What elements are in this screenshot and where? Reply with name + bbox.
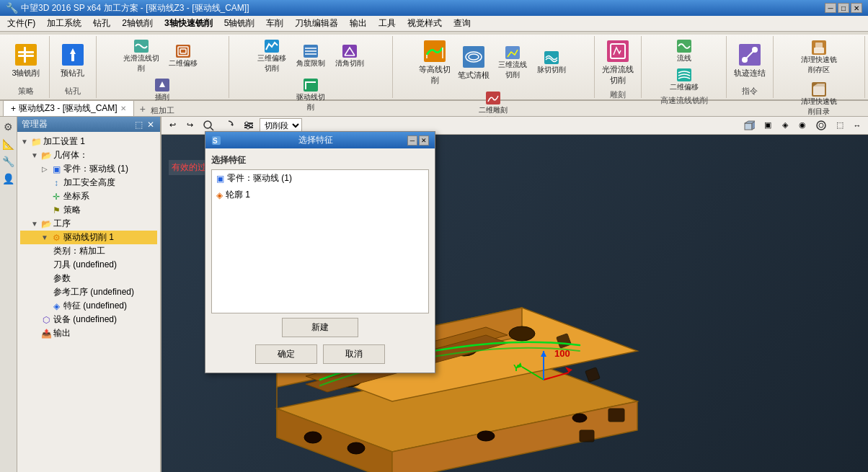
- tree-item-setup[interactable]: ▼ 📁 加工设置 1: [20, 135, 157, 148]
- svg-point-55: [819, 123, 823, 128]
- svg-rect-40: [813, 86, 825, 95]
- doc-tab-close[interactable]: ✕: [120, 104, 126, 112]
- smooth-flow-hs-icon: [677, 39, 691, 53]
- btn-2d-offset-rough[interactable]: 二维偏移: [163, 37, 203, 75]
- tree-item-safeheight[interactable]: ↕ 加工安全高度: [20, 176, 157, 190]
- menu-5axis[interactable]: 5轴铣削: [218, 16, 261, 31]
- dialog-cancel-button[interactable]: 取消: [323, 344, 385, 364]
- btn-angle-limit[interactable]: 清角切削: [331, 37, 368, 75]
- btn-3d-flowline[interactable]: 脉切切削: [533, 37, 570, 88]
- vt-btn-view2[interactable]: ◈: [777, 118, 793, 133]
- vt-select-mode[interactable]: 切削段: [260, 118, 302, 133]
- tree-item-feature[interactable]: ◈ 特征 (undefined): [20, 299, 157, 313]
- tree-icon-driveline: ⚙: [50, 232, 62, 244]
- dialog-close-btn[interactable]: ✕: [419, 135, 429, 146]
- tree-item-strategy[interactable]: ⚑ 策略: [20, 203, 157, 217]
- menu-toolpath-editor[interactable]: 刀轨编辑器: [289, 16, 344, 31]
- manager-header-btns[interactable]: ⬚ ✕: [133, 120, 156, 130]
- maximize-button[interactable]: □: [838, 3, 849, 13]
- sidebar-icon-1[interactable]: ⚙: [1, 120, 16, 134]
- menu-drill[interactable]: 钻孔: [87, 16, 116, 31]
- minimize-button[interactable]: ─: [825, 3, 836, 13]
- dialog-title[interactable]: S 选择特征 ─ ✕: [205, 132, 435, 148]
- tab-add-button[interactable]: +: [136, 102, 150, 116]
- dialog-list-item-1[interactable]: ◈ 轮廓 1: [212, 187, 428, 203]
- btn-driveline-cut[interactable]: 等高线切削: [416, 37, 453, 88]
- btn-3axis-mill[interactable]: 3轴铣削: [7, 37, 45, 84]
- tree-label-geometry: 几何体：: [53, 149, 88, 161]
- btn-pen-clean[interactable]: 三维流线切削: [494, 37, 531, 88]
- tree-expand-part: ▷: [40, 165, 49, 174]
- ribbon-group-strategy-label: 策略: [18, 86, 34, 97]
- tree-icon-output: 📤: [40, 328, 52, 339]
- ribbon-group-drill: 预钻孔 钻孔: [50, 36, 97, 98]
- title-bar: 🔧 中望3D 2016 SP x64 加工方案 - [驱动线Z3 - [驱动线_…: [0, 0, 868, 16]
- btn-clean-corner[interactable]: 驱动线切削: [292, 76, 329, 114]
- menu-3axis-fast[interactable]: 3轴快速铣削: [159, 16, 218, 31]
- btn-clear-fast-save[interactable]: 清理快速铣削存区: [799, 37, 839, 78]
- vt-btn-settings[interactable]: [239, 118, 258, 133]
- vt-btn-undo[interactable]: ↩: [164, 118, 180, 133]
- vt-btn-view1[interactable]: ▣: [760, 118, 776, 133]
- btn-toolpath-connect[interactable]: 轨迹连结: [731, 37, 769, 84]
- btn-3d-offset-finish[interactable]: 三维偏移切削: [253, 37, 291, 75]
- btn-smooth-flow-hs[interactable]: 流线: [665, 37, 703, 65]
- dialog-new-button[interactable]: 新建: [282, 318, 358, 337]
- tree-item-coord[interactable]: ✛ 坐标系: [20, 190, 157, 203]
- tree-label-driveline: 驱动线切削 1: [63, 231, 114, 244]
- btn-contour-cut[interactable]: 笔式清根: [455, 37, 492, 88]
- manager-close-btn[interactable]: ✕: [146, 120, 156, 130]
- menu-turning[interactable]: 车削: [260, 16, 289, 31]
- clear-fast-dir-icon: [812, 82, 826, 97]
- btn-insert[interactable]: 插削: [142, 76, 182, 104]
- menu-output[interactable]: 输出: [344, 16, 373, 31]
- doc-tab-active[interactable]: + 驱动线Z3 - [驱动线_CAM] ✕: [3, 100, 134, 116]
- tree-item-part[interactable]: ▷ ▣ 零件：驱动线 (1): [20, 162, 157, 176]
- close-button[interactable]: ✕: [851, 3, 862, 13]
- btn-parallel-finish[interactable]: 角度限制: [292, 37, 329, 75]
- manager-float-btn[interactable]: ⬚: [133, 120, 144, 130]
- tree-item-driveline[interactable]: ▼ ⚙ 驱动线切削 1: [20, 231, 157, 244]
- tree-item-ops[interactable]: ▼ 📂 工序: [20, 217, 157, 231]
- menu-query[interactable]: 查询: [448, 16, 477, 31]
- btn-flowline-hs[interactable]: 二维偏移: [665, 66, 703, 94]
- menu-file[interactable]: 文件(F): [1, 16, 41, 31]
- vt-btn-view3[interactable]: ◉: [794, 118, 810, 133]
- menu-tools[interactable]: 工具: [373, 16, 402, 31]
- menu-bar: 文件(F) 加工系统 钻孔 2轴铣削 3轴快速铣削 5轴铣削 车削 刀轨编辑器 …: [0, 16, 868, 32]
- menu-machining[interactable]: 加工系统: [41, 16, 87, 31]
- menu-visual-style[interactable]: 视觉样式: [402, 16, 448, 31]
- sidebar-icon-3[interactable]: 🔧: [1, 154, 16, 169]
- menu-2axis[interactable]: 2轴铣削: [116, 16, 159, 31]
- vt-btn-view6[interactable]: ↔: [849, 118, 865, 133]
- tree-item-tool[interactable]: 刀具 (undefined): [20, 258, 157, 272]
- btn-clear-fast-dir[interactable]: 清理快速铣削目录: [799, 79, 839, 120]
- vt-btn-zoom[interactable]: [199, 118, 218, 133]
- dialog-list-item-0[interactable]: ▣ 零件：驱动线 (1): [212, 170, 428, 187]
- vt-btn-cube[interactable]: [740, 118, 758, 133]
- tree-item-refop[interactable]: 参考工序 (undefined): [20, 285, 157, 299]
- dialog-confirm-button[interactable]: 确定: [255, 344, 317, 364]
- tree-item-category[interactable]: 类别：精加工: [20, 244, 157, 258]
- vt-btn-rotate[interactable]: [219, 118, 238, 133]
- tree-item-output[interactable]: 📤 输出: [20, 326, 157, 340]
- btn-predrill[interactable]: 预钻孔: [54, 37, 92, 84]
- dialog-minimize-btn[interactable]: ─: [407, 135, 417, 146]
- tree-item-device[interactable]: ⬡ 设备 (undefined): [20, 313, 157, 326]
- btn-angle-limit-label: 清角切削: [335, 58, 364, 68]
- dialog-title-btns[interactable]: ─ ✕: [407, 135, 429, 146]
- vt-btn-redo[interactable]: ↪: [182, 118, 198, 133]
- btn-2d-engrave[interactable]: 光滑流线切削: [599, 37, 637, 88]
- btn-clean-corner-label: 驱动线切削: [294, 92, 327, 112]
- vt-btn-view5[interactable]: ⬚: [832, 118, 848, 133]
- vt-btn-view4[interactable]: [812, 118, 831, 133]
- title-bar-controls[interactable]: ─ □ ✕: [825, 3, 862, 13]
- sidebar-icon-2[interactable]: 📐: [1, 137, 16, 151]
- dialog-list[interactable]: ▣ 零件：驱动线 (1) ◈ 轮廓 1: [211, 169, 429, 313]
- tree-item-params[interactable]: 参数: [20, 272, 157, 285]
- btn-smooth-flow[interactable]: 光滑流线切削: [121, 37, 161, 75]
- svg-point-50: [247, 126, 249, 129]
- sidebar-icon-4[interactable]: 👤: [1, 172, 16, 186]
- tree-item-geometry[interactable]: ▼ 📂 几何体：: [20, 148, 157, 162]
- svg-point-65: [509, 326, 535, 341]
